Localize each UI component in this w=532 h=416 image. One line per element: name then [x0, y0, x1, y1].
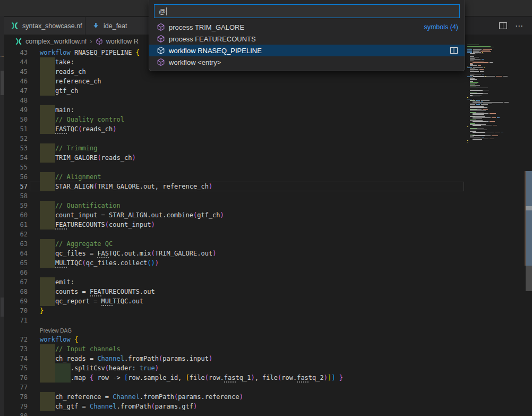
code-token: tq_1: [236, 374, 251, 381]
line-number: 69: [4, 296, 28, 306]
code-line[interactable]: 53 // Trimming: [4, 143, 532, 153]
text-cursor: [166, 7, 167, 15]
scrollbar-slider-lower[interactable]: [526, 266, 532, 291]
sidebar-scrollbar-thumb-lower[interactable]: [1, 298, 4, 317]
code-text: reference_ch: [40, 77, 101, 86]
code-token: FEA: [90, 288, 101, 296]
quick-pick-item[interactable]: workflow RNASEQ_PIPELINE: [149, 45, 465, 56]
code-line[interactable]: 54 TRIM_GALORE(reads_ch): [4, 153, 532, 163]
code-line[interactable]: 69 qc_report = MULTIQC.out: [4, 296, 532, 306]
code-token: params.gtf: [155, 403, 193, 410]
code-text: ch_reads = Channel.fromPath(params.input…: [40, 354, 212, 363]
breadcrumb-file[interactable]: complex_workflow.nf: [25, 38, 87, 45]
sidebar-scrollbar-thumb[interactable]: [1, 71, 4, 95]
split-editor-icon[interactable]: [499, 21, 508, 30]
quick-pick-item[interactable]: workflow <entry>: [149, 56, 465, 68]
symbol-method-icon: [157, 35, 165, 43]
code-line[interactable]: 57 STAR_ALIGN(TRIM_GALORE.out, reference…: [4, 182, 532, 191]
code-text: workflow RNASEQ_PIPELINE {: [40, 48, 140, 57]
code-line[interactable]: 67 emit:: [4, 277, 532, 287]
code-line[interactable]: 60 count_input = STAR_ALIGN.out.combine(…: [4, 210, 532, 220]
code-text: STAR_ALIGN(TRIM_GALORE.out, reference_ch…: [40, 182, 212, 191]
code-line[interactable]: 79 ch_gtf = Channel.fromPath(params.gtf): [4, 402, 532, 411]
line-number: 61: [4, 220, 28, 230]
minimap[interactable]: [466, 45, 509, 342]
collapsed-sidebar[interactable]: ...: [0, 16, 4, 416]
code-line[interactable]: 59 // Quantification: [4, 201, 532, 210]
code-token: // Input channels: [40, 345, 121, 353]
quick-input-list: process TRIM_GALOREsymbols (4)process FE…: [149, 21, 465, 68]
split-editor-icon[interactable]: [450, 46, 458, 55]
code-token: count_input = STAR_ALIGN.out.combine: [40, 211, 193, 219]
code-token: ): [193, 403, 197, 410]
code-text: workflow {: [40, 335, 78, 344]
code-editor[interactable]: 43workflow RNASEQ_PIPELINE {44 take:45 r…: [4, 48, 532, 416]
code-line[interactable]: 49 main:: [4, 105, 532, 115]
code-line[interactable]: 58: [4, 191, 532, 201]
codelens-preview-dag[interactable]: Preview DAG: [4, 325, 532, 335]
code-token: row.: [281, 374, 297, 381]
code-token: ): [209, 355, 212, 362]
code-token: counts =: [40, 288, 90, 295]
code-line[interactable]: 76 .map { row -> [row.sample_id, [file(r…: [4, 373, 532, 383]
code-token: Channel: [97, 355, 124, 362]
code-text: // Aggregate QC: [40, 239, 113, 249]
code-token: TURECOUNTS: [67, 221, 105, 228]
code-token: (: [97, 154, 101, 162]
code-line[interactable]: 72workflow {: [4, 335, 532, 344]
code-line[interactable]: 68 counts = FEATURECOUNTS.out: [4, 287, 532, 296]
code-text: counts = FEATURECOUNTS.out: [40, 287, 155, 296]
code-line[interactable]: 73 // Input channels: [4, 344, 532, 354]
line-number: 46: [4, 77, 28, 86]
code-token: Channel: [90, 403, 117, 410]
code-token: (: [105, 221, 109, 228]
quick-pick-label: workflow <entry>: [169, 58, 221, 66]
code-line[interactable]: 52: [4, 134, 532, 143]
code-line[interactable]: 65 MULTIQC(qc_files.collect()): [4, 258, 532, 268]
code-token: FEA: [55, 221, 67, 230]
quick-input-box[interactable]: @: [154, 4, 460, 18]
code-token: ): [220, 211, 224, 219]
code-line[interactable]: 74 ch_reads = Channel.fromPath(params.in…: [4, 354, 532, 363]
code-line[interactable]: 56 // Alignment: [4, 172, 532, 182]
code-line[interactable]: 71: [4, 316, 532, 325]
editor-scrollbar[interactable]: [525, 48, 532, 416]
code-line[interactable]: 50 // Quality control: [4, 115, 532, 124]
code-line[interactable]: 75 .splitCsv(header: true): [4, 363, 532, 373]
code-token: }: [40, 307, 44, 315]
code-line[interactable]: 55: [4, 163, 532, 172]
code-line[interactable]: 62: [4, 230, 532, 239]
tab-label: ide_feat: [104, 22, 127, 30]
code-line[interactable]: 51 FASTQC(reads_ch): [4, 124, 532, 134]
code-line[interactable]: 70}: [4, 306, 532, 316]
quick-pick-item[interactable]: process TRIM_GALOREsymbols (4): [149, 21, 465, 33]
code-line[interactable]: 48: [4, 96, 532, 105]
code-token: .fromPath: [117, 403, 151, 410]
breadcrumb-symbol[interactable]: workflow R: [106, 38, 139, 45]
code-token: [: [186, 374, 190, 381]
code-line[interactable]: 46 reference_ch: [4, 77, 532, 86]
line-number: 51: [4, 124, 28, 134]
code-token: ): [155, 364, 159, 372]
line-number: 52: [4, 134, 28, 143]
code-token: header:: [109, 364, 140, 372]
quick-pick-item[interactable]: process FEATURECOUNTS: [149, 33, 465, 45]
code-text: take:: [40, 57, 74, 67]
code-line[interactable]: 80: [4, 411, 532, 416]
line-number: 79: [4, 402, 28, 411]
chevron-right-icon: ›: [90, 37, 92, 45]
code-line[interactable]: 66: [4, 268, 532, 277]
code-line[interactable]: 78 ch_reference = Channel.fromPath(param…: [4, 392, 532, 402]
code-line[interactable]: 47 gtf_ch: [4, 86, 532, 96]
code-line[interactable]: 63 // Aggregate QC: [4, 239, 532, 249]
symbol-method-icon: [157, 23, 165, 31]
code-token: , file: [255, 374, 278, 381]
code-line[interactable]: 61 FEATURECOUNTS(count_input): [4, 220, 532, 230]
code-line[interactable]: 64 qc_files = FASTQC.out.mix(TRIM_GALORE…: [4, 249, 532, 258]
line-number: 74: [4, 354, 28, 363]
more-actions-icon[interactable]: ⋯: [515, 23, 524, 29]
nextflow-icon: [11, 22, 19, 30]
code-line[interactable]: 77: [4, 383, 532, 392]
code-text: // Input channels: [40, 344, 121, 354]
tab-syntax-showcase[interactable]: syntax_showcase.nf: [4, 17, 85, 35]
